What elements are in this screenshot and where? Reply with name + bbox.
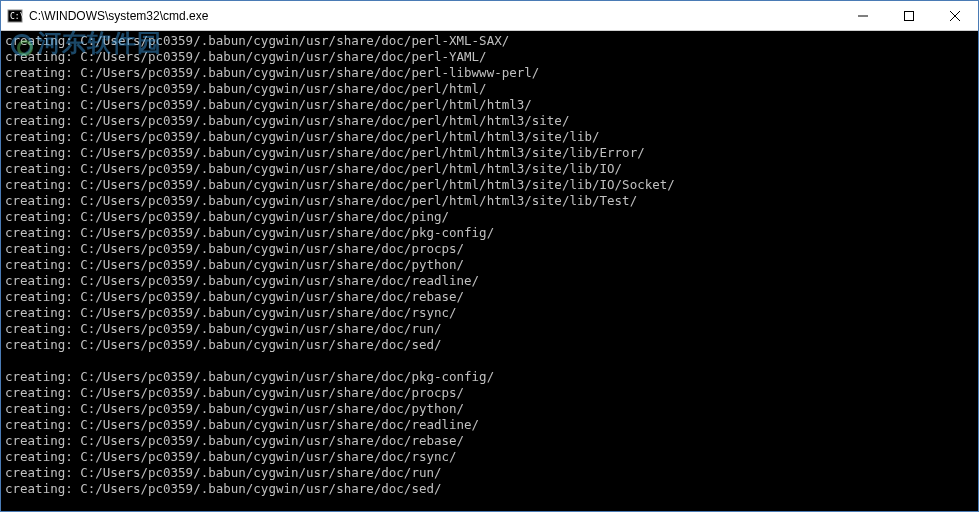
terminal-line: creating: C:/Users/pc0359/.babun/cygwin/… [5, 161, 974, 177]
terminal-line: creating: C:/Users/pc0359/.babun/cygwin/… [5, 305, 974, 321]
terminal-line: creating: C:/Users/pc0359/.babun/cygwin/… [5, 65, 974, 81]
terminal-line: creating: C:/Users/pc0359/.babun/cygwin/… [5, 273, 974, 289]
terminal-line: creating: C:/Users/pc0359/.babun/cygwin/… [5, 177, 974, 193]
terminal-line: creating: C:/Users/pc0359/.babun/cygwin/… [5, 481, 974, 497]
terminal-line: creating: C:/Users/pc0359/.babun/cygwin/… [5, 401, 974, 417]
window-title: C:\WINDOWS\system32\cmd.exe [29, 9, 840, 23]
terminal-line: creating: C:/Users/pc0359/.babun/cygwin/… [5, 97, 974, 113]
terminal-line: creating: C:/Users/pc0359/.babun/cygwin/… [5, 321, 974, 337]
terminal-line: creating: C:/Users/pc0359/.babun/cygwin/… [5, 113, 974, 129]
terminal-line: creating: C:/Users/pc0359/.babun/cygwin/… [5, 257, 974, 273]
terminal-blank-line [5, 353, 974, 369]
terminal-line: creating: C:/Users/pc0359/.babun/cygwin/… [5, 241, 974, 257]
terminal-line: creating: C:/Users/pc0359/.babun/cygwin/… [5, 49, 974, 65]
close-button[interactable] [932, 1, 978, 30]
cmd-icon: C:\ [7, 8, 23, 24]
terminal-line: creating: C:/Users/pc0359/.babun/cygwin/… [5, 417, 974, 433]
terminal-line: creating: C:/Users/pc0359/.babun/cygwin/… [5, 385, 974, 401]
terminal-line: creating: C:/Users/pc0359/.babun/cygwin/… [5, 209, 974, 225]
window-controls [840, 1, 978, 30]
svg-rect-3 [905, 11, 914, 20]
titlebar[interactable]: C:\ C:\WINDOWS\system32\cmd.exe [1, 1, 978, 31]
terminal-line: creating: C:/Users/pc0359/.babun/cygwin/… [5, 225, 974, 241]
terminal-line: creating: C:/Users/pc0359/.babun/cygwin/… [5, 81, 974, 97]
terminal-line: creating: C:/Users/pc0359/.babun/cygwin/… [5, 337, 974, 353]
terminal-line: creating: C:/Users/pc0359/.babun/cygwin/… [5, 369, 974, 385]
minimize-button[interactable] [840, 1, 886, 30]
terminal-line: creating: C:/Users/pc0359/.babun/cygwin/… [5, 129, 974, 145]
terminal-line: creating: C:/Users/pc0359/.babun/cygwin/… [5, 449, 974, 465]
svg-text:C:\: C:\ [10, 12, 23, 21]
terminal-line: creating: C:/Users/pc0359/.babun/cygwin/… [5, 289, 974, 305]
terminal-line: creating: C:/Users/pc0359/.babun/cygwin/… [5, 33, 974, 49]
terminal-line: creating: C:/Users/pc0359/.babun/cygwin/… [5, 433, 974, 449]
maximize-button[interactable] [886, 1, 932, 30]
terminal-line: creating: C:/Users/pc0359/.babun/cygwin/… [5, 193, 974, 209]
terminal-line: creating: C:/Users/pc0359/.babun/cygwin/… [5, 465, 974, 481]
terminal-output[interactable]: creating: C:/Users/pc0359/.babun/cygwin/… [1, 31, 978, 511]
terminal-line: creating: C:/Users/pc0359/.babun/cygwin/… [5, 145, 974, 161]
cmd-window: C:\ C:\WINDOWS\system32\cmd.exe creating… [0, 0, 979, 512]
